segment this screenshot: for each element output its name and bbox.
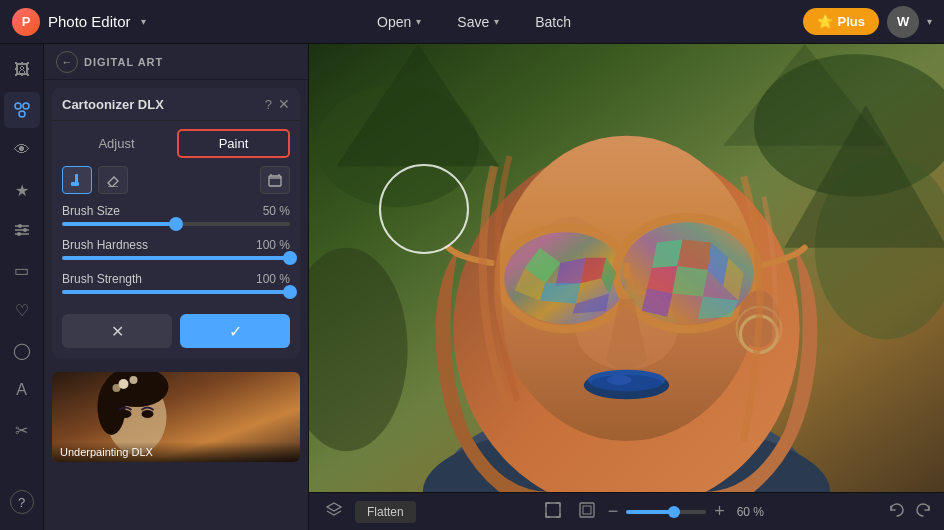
brush-size-slider[interactable] [62, 222, 290, 226]
svg-point-7 [23, 228, 27, 232]
zoom-slider[interactable] [626, 510, 706, 514]
crop-icon-btn[interactable]: ✂ [4, 412, 40, 448]
eye-icon-btn[interactable]: 👁 [4, 132, 40, 168]
confirm-button[interactable]: ✓ [180, 314, 290, 348]
svg-point-8 [17, 232, 21, 236]
svg-point-1 [23, 103, 29, 109]
adjust-icon-btn[interactable] [4, 212, 40, 248]
help-icon-btn[interactable]: ? [10, 490, 34, 514]
svg-rect-68 [309, 44, 944, 492]
action-row: ✕ ✓ [52, 306, 300, 348]
zoom-out-button[interactable]: − [608, 501, 619, 522]
open-button[interactable]: Open ▾ [363, 8, 435, 36]
svg-point-0 [15, 103, 21, 109]
circle-icon-btn[interactable]: ◯ [4, 332, 40, 368]
canvas-svg [309, 44, 944, 492]
svg-point-23 [130, 376, 138, 384]
cartoonizer-header: Cartoonizer DLX ? ✕ [52, 88, 300, 121]
svg-rect-71 [580, 503, 594, 517]
app-logo: P [12, 8, 40, 36]
fullscreen-icon-btn[interactable] [574, 497, 600, 527]
thumbnail-strip: Underpainting DLX [44, 366, 308, 530]
bottom-bar: Flatten − [309, 492, 944, 530]
delete-btn[interactable] [260, 166, 290, 194]
batch-button[interactable]: Batch [521, 8, 585, 36]
tab-paint[interactable]: Paint [177, 129, 290, 158]
fit-screen-icon-btn[interactable] [540, 497, 566, 527]
cancel-button[interactable]: ✕ [62, 314, 172, 348]
side-panel: ← DIGITAL ART Cartoonizer DLX ? ✕ Adjust [44, 44, 309, 530]
topbar: P Photo Editor ▾ Open ▾ Save ▾ Batch ⭐ P… [0, 0, 944, 44]
layers-icon-btn[interactable] [321, 497, 347, 527]
tab-adjust[interactable]: Adjust [62, 129, 171, 158]
brush-hardness-val: 100 % [256, 238, 290, 252]
text-icon-btn[interactable]: A [4, 372, 40, 408]
paint-tool-btn[interactable] [62, 166, 92, 194]
avatar-caret[interactable]: ▾ [927, 16, 932, 27]
sliders: Brush Size 50 % Brush Hardness 100 % Bru… [52, 194, 300, 294]
svg-rect-72 [583, 506, 591, 514]
panel-header: ← DIGITAL ART [44, 44, 308, 80]
star-icon: ⭐ [817, 14, 833, 29]
rect-icon-btn[interactable]: ▭ [4, 252, 40, 288]
zoom-in-button[interactable]: + [714, 501, 725, 522]
tool-row [52, 158, 300, 194]
cartoonizer-panel: Cartoonizer DLX ? ✕ Adjust Paint [52, 88, 300, 358]
close-button[interactable]: ✕ [278, 96, 290, 112]
brush-hardness-row: Brush Hardness 100 % [62, 238, 290, 252]
back-button[interactable]: ← [56, 51, 78, 73]
brush-strength-label: Brush Strength [62, 272, 142, 286]
svg-rect-10 [75, 174, 78, 183]
thumbnail-label: Underpainting DLX [52, 442, 300, 462]
tab-bar: Adjust Paint [52, 121, 300, 158]
brush-size-val: 50 % [263, 204, 290, 218]
brush-hardness-label: Brush Hardness [62, 238, 148, 252]
erase-tool-btn[interactable] [98, 166, 128, 194]
svg-marker-69 [327, 503, 341, 511]
zoom-value: 60 % [737, 505, 764, 519]
heart-icon-btn[interactable]: ♡ [4, 292, 40, 328]
effects-icon-btn[interactable] [4, 92, 40, 128]
brush-strength-val: 100 % [256, 272, 290, 286]
section-title: DIGITAL ART [84, 56, 163, 68]
brush-size-label: Brush Size [62, 204, 120, 218]
svg-point-6 [18, 224, 22, 228]
plus-button[interactable]: ⭐ Plus [803, 8, 879, 35]
svg-point-24 [113, 384, 121, 392]
svg-rect-70 [546, 503, 560, 517]
brush-strength-row: Brush Strength 100 % [62, 272, 290, 286]
avatar-button[interactable]: W [887, 6, 919, 38]
main-area: 🖼 👁 ★ ▭ ♡ ◯ A ✂ ? [0, 44, 944, 530]
title-caret[interactable]: ▾ [141, 16, 146, 27]
brush-hardness-slider[interactable] [62, 256, 290, 260]
canvas-area: Flatten − [309, 44, 944, 530]
undo-button[interactable] [888, 501, 906, 523]
svg-point-20 [120, 410, 132, 418]
redo-button[interactable] [914, 501, 932, 523]
cartoonizer-title: Cartoonizer DLX [62, 97, 259, 112]
svg-point-2 [19, 111, 25, 117]
app-title: Photo Editor [48, 13, 131, 30]
brush-size-row: Brush Size 50 % [62, 204, 290, 218]
thumbnail-underpainting[interactable]: Underpainting DLX [52, 372, 300, 462]
flatten-button[interactable]: Flatten [355, 501, 416, 523]
star-icon-btn[interactable]: ★ [4, 172, 40, 208]
image-icon-btn[interactable]: 🖼 [4, 52, 40, 88]
canvas-container[interactable] [309, 44, 944, 492]
svg-point-21 [142, 410, 154, 418]
brush-strength-slider[interactable] [62, 290, 290, 294]
save-button[interactable]: Save ▾ [443, 8, 513, 36]
help-button[interactable]: ? [265, 97, 272, 112]
icon-bar: 🖼 👁 ★ ▭ ♡ ◯ A ✂ ? [0, 44, 44, 530]
